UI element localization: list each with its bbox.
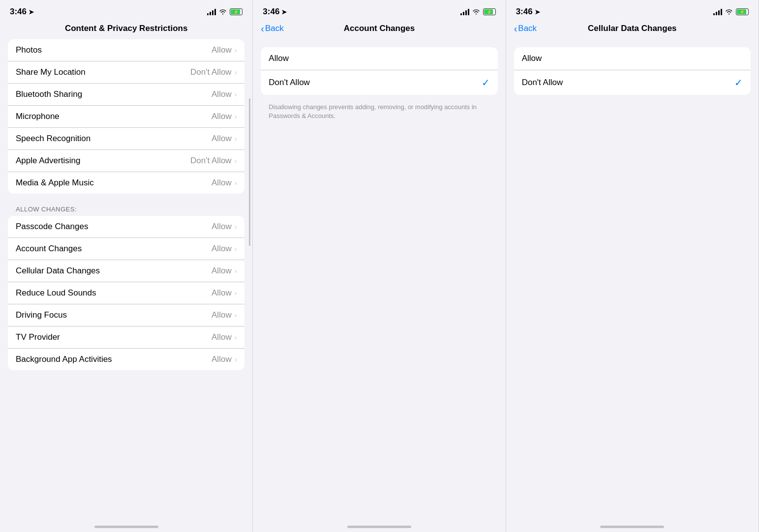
nav-bar-3: ‹ Back Cellular Data Changes — [506, 20, 759, 39]
item-label-media: Media & Apple Music — [16, 178, 94, 188]
location-icon-3: ➤ — [535, 8, 540, 16]
item-value-account: Allow — [212, 244, 232, 254]
item-label-driving: Driving Focus — [16, 310, 67, 320]
content-3: Allow Don't Allow ✓ — [506, 39, 759, 520]
scroll-indicator-1 — [249, 98, 250, 246]
checkmark-3: ✓ — [734, 77, 743, 89]
option-group-3: Allow Don't Allow ✓ — [514, 47, 751, 95]
wifi-icon-2 — [472, 9, 480, 15]
option-group-2: Allow Don't Allow ✓ — [261, 47, 497, 95]
content-2: Allow Don't Allow ✓ Disallowing changes … — [253, 39, 505, 520]
battery-icon-3: ⚡ — [736, 8, 749, 15]
back-button-3[interactable]: ‹ Back — [514, 24, 537, 33]
settings-item-account[interactable]: Account Changes Allow › — [8, 238, 244, 260]
chevron-bluetooth: › — [235, 90, 237, 98]
back-label-3: Back — [518, 24, 537, 33]
chevron-driving: › — [235, 311, 237, 319]
option-label-dont-allow-2: Don't Allow — [269, 78, 310, 88]
item-label-photos: Photos — [16, 45, 42, 55]
item-value-photos: Allow — [212, 45, 232, 55]
item-value-share-location: Don't Allow — [190, 67, 232, 77]
battery-icon-1: ⚡ — [230, 8, 243, 15]
chevron-media: › — [235, 179, 237, 187]
item-value-advertising: Don't Allow — [190, 156, 232, 166]
settings-group-2: Passcode Changes Allow › Account Changes… — [8, 216, 244, 370]
item-label-advertising: Apple Advertising — [16, 156, 80, 166]
item-label-account: Account Changes — [16, 244, 82, 254]
item-label-background: Background App Activities — [16, 355, 112, 364]
back-chevron-3: ‹ — [514, 24, 517, 33]
item-label-bluetooth: Bluetooth Sharing — [16, 89, 82, 99]
chevron-speech: › — [235, 135, 237, 143]
status-time-3: 3:46 ➤ — [516, 7, 540, 17]
status-bar-2: 3:46 ➤ ⚡ — [253, 0, 505, 20]
option-dont-allow-3[interactable]: Don't Allow ✓ — [514, 70, 751, 95]
battery-icon-2: ⚡ — [483, 8, 496, 15]
item-value-driving: Allow — [212, 310, 232, 320]
item-label-microphone: Microphone — [16, 112, 60, 121]
description-2: Disallowing changes prevents adding, rem… — [261, 103, 497, 128]
home-indicator-1 — [0, 520, 252, 532]
settings-item-photos[interactable]: Photos Allow › — [8, 39, 244, 61]
settings-item-driving[interactable]: Driving Focus Allow › — [8, 304, 244, 326]
chevron-share-location: › — [235, 68, 237, 76]
settings-item-microphone[interactable]: Microphone Allow › — [8, 106, 244, 128]
panel-cellular-data: 3:46 ➤ ⚡ ‹ Back Cellu — [506, 0, 759, 532]
settings-item-background[interactable]: Background App Activities Allow › — [8, 349, 244, 370]
content-1[interactable]: Photos Allow › Share My Location Don't A… — [0, 39, 252, 520]
page-title-1: Content & Privacy Restrictions — [65, 24, 187, 33]
item-value-bluetooth: Allow — [212, 89, 232, 99]
item-value-media: Allow — [212, 178, 232, 188]
status-icons-2: ⚡ — [460, 8, 496, 15]
item-value-loud-sounds: Allow — [212, 288, 232, 298]
settings-item-tv-provider[interactable]: TV Provider Allow › — [8, 326, 244, 349]
settings-item-bluetooth[interactable]: Bluetooth Sharing Allow › — [8, 84, 244, 106]
signal-icon-1 — [207, 9, 216, 15]
settings-item-passcode[interactable]: Passcode Changes Allow › — [8, 216, 244, 238]
page-title-2: Account Changes — [344, 24, 415, 33]
option-allow-3[interactable]: Allow — [514, 47, 751, 70]
wifi-icon-1 — [219, 9, 227, 15]
settings-item-loud-sounds[interactable]: Reduce Loud Sounds Allow › — [8, 282, 244, 304]
status-icons-1: ⚡ — [207, 8, 243, 15]
item-label-cellular: Cellular Data Changes — [16, 266, 100, 276]
home-indicator-2 — [253, 520, 505, 532]
item-label-passcode: Passcode Changes — [16, 222, 88, 232]
item-value-cellular: Allow — [212, 266, 232, 276]
checkmark-2: ✓ — [482, 77, 490, 89]
home-indicator-3 — [506, 520, 759, 532]
chevron-advertising: › — [235, 157, 237, 165]
option-label-allow-3: Allow — [522, 54, 542, 63]
option-label-dont-allow-3: Don't Allow — [522, 78, 563, 88]
back-label-2: Back — [265, 24, 284, 33]
status-time-2: 3:46 ➤ — [263, 7, 287, 17]
item-value-tv-provider: Allow — [212, 332, 232, 342]
option-allow-2[interactable]: Allow — [261, 47, 497, 70]
chevron-photos: › — [235, 46, 237, 54]
settings-item-advertising[interactable]: Apple Advertising Don't Allow › — [8, 150, 244, 172]
allow-changes-header: ALLOW CHANGES: — [8, 198, 244, 216]
settings-item-share-location[interactable]: Share My Location Don't Allow › — [8, 61, 244, 84]
status-time-1: 3:46 ➤ — [10, 7, 34, 17]
page-title-3: Cellular Data Changes — [588, 24, 676, 33]
back-button-2[interactable]: ‹ Back — [261, 24, 283, 33]
item-value-passcode: Allow — [212, 222, 232, 232]
chevron-cellular: › — [235, 267, 237, 275]
wifi-icon-3 — [725, 9, 733, 15]
settings-item-cellular[interactable]: Cellular Data Changes Allow › — [8, 260, 244, 282]
settings-item-speech[interactable]: Speech Recognition Allow › — [8, 128, 244, 150]
option-dont-allow-2[interactable]: Don't Allow ✓ — [261, 70, 497, 95]
chevron-tv-provider: › — [235, 333, 237, 341]
option-label-allow-2: Allow — [269, 54, 289, 63]
settings-group-1: Photos Allow › Share My Location Don't A… — [8, 39, 244, 194]
item-label-tv-provider: TV Provider — [16, 332, 60, 342]
chevron-background: › — [235, 355, 237, 363]
settings-item-media[interactable]: Media & Apple Music Allow › — [8, 172, 244, 194]
chevron-microphone: › — [235, 113, 237, 120]
location-icon-2: ➤ — [281, 8, 287, 16]
back-chevron-2: ‹ — [261, 24, 264, 33]
nav-bar-1: Content & Privacy Restrictions — [0, 20, 252, 39]
nav-bar-2: ‹ Back Account Changes — [253, 20, 505, 39]
item-value-microphone: Allow — [212, 112, 232, 121]
status-bar-1: 3:46 ➤ ⚡ — [0, 0, 252, 20]
